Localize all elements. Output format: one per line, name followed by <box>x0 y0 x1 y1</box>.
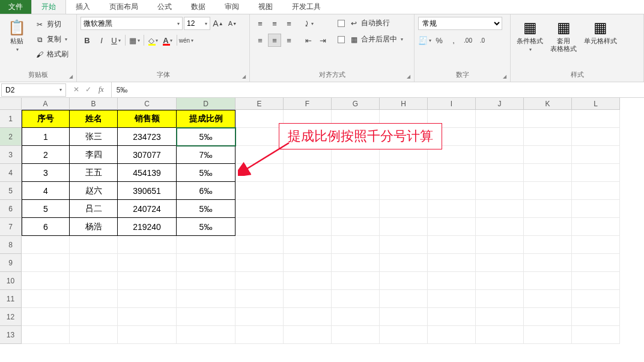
row-header[interactable]: 12 <box>0 308 22 326</box>
cell[interactable]: 张三 <box>70 128 118 146</box>
cell[interactable] <box>380 308 428 326</box>
cancel-formula-icon[interactable]: ✕ <box>71 85 82 94</box>
cell[interactable] <box>177 254 235 272</box>
cell[interactable] <box>428 182 476 200</box>
cell[interactable] <box>177 236 235 254</box>
col-header[interactable]: L <box>572 98 620 110</box>
cell[interactable] <box>118 272 177 290</box>
cell[interactable] <box>235 326 284 344</box>
col-header[interactable]: H <box>380 98 428 110</box>
underline-button[interactable]: U▾ <box>109 34 123 47</box>
cell[interactable]: 序号 <box>22 110 70 128</box>
tab-0[interactable]: 开始 <box>31 0 66 14</box>
cell[interactable]: 吕二 <box>70 200 118 218</box>
col-header[interactable]: B <box>70 98 118 110</box>
format-painter-button[interactable]: 🖌格式刷 <box>32 48 71 61</box>
cell[interactable] <box>70 254 118 272</box>
cell[interactable]: 李四 <box>70 146 118 164</box>
cut-button[interactable]: ✂剪切 <box>32 18 71 31</box>
cell[interactable] <box>22 308 70 326</box>
cell[interactable] <box>428 254 476 272</box>
border-button[interactable]: ▦▾ <box>128 34 141 47</box>
row-header[interactable]: 1 <box>0 110 22 128</box>
cell[interactable] <box>572 308 620 326</box>
cell[interactable]: 赵六 <box>70 182 118 200</box>
cell[interactable] <box>476 110 524 128</box>
cell[interactable] <box>428 200 476 218</box>
cell[interactable] <box>284 200 332 218</box>
cell[interactable] <box>284 182 332 200</box>
cell[interactable] <box>524 218 572 236</box>
row-header[interactable]: 4 <box>0 164 22 182</box>
cell[interactable]: 3 <box>22 164 70 182</box>
formula-bar[interactable]: 5‰ <box>111 82 644 97</box>
row-header[interactable]: 2 <box>0 128 22 146</box>
cell[interactable]: 王五 <box>70 164 118 182</box>
bold-button[interactable]: B <box>80 34 94 47</box>
cell[interactable] <box>235 200 284 218</box>
align-center-icon[interactable]: ≡ <box>268 34 281 47</box>
cell[interactable] <box>476 236 524 254</box>
cell[interactable] <box>235 272 284 290</box>
cell[interactable]: 240724 <box>118 200 177 218</box>
tab-3[interactable]: 公式 <box>148 0 181 14</box>
cell[interactable] <box>380 200 428 218</box>
cell[interactable] <box>476 308 524 326</box>
cell[interactable]: 5‰ <box>177 200 235 218</box>
cell[interactable] <box>118 326 177 344</box>
row-header[interactable]: 7 <box>0 218 22 236</box>
select-all-corner[interactable] <box>0 98 22 110</box>
align-middle-icon[interactable]: ≡ <box>268 17 281 30</box>
cell[interactable]: 5‰ <box>177 218 235 236</box>
tab-file[interactable]: 文件 <box>0 0 31 14</box>
cell[interactable] <box>284 308 332 326</box>
currency-button[interactable]: 🧾▾ <box>418 34 431 47</box>
cell[interactable] <box>235 182 284 200</box>
decrease-decimal-icon[interactable]: .0 <box>476 34 489 47</box>
cell[interactable] <box>524 236 572 254</box>
cell[interactable] <box>332 272 380 290</box>
cell[interactable]: 提成比例 <box>177 110 235 128</box>
dialog-launcher-icon[interactable]: ◢ <box>407 74 410 79</box>
cell[interactable] <box>524 200 572 218</box>
cell[interactable] <box>235 110 284 128</box>
wrap-text-button[interactable]: ↩自动换行 <box>335 17 406 29</box>
cell[interactable] <box>332 254 380 272</box>
cell[interactable] <box>524 164 572 182</box>
cell[interactable] <box>177 308 235 326</box>
cell[interactable] <box>476 128 524 146</box>
cell[interactable] <box>332 236 380 254</box>
accept-formula-icon[interactable]: ✓ <box>83 85 94 94</box>
cell[interactable] <box>284 236 332 254</box>
tab-1[interactable]: 插入 <box>66 0 100 14</box>
cell[interactable] <box>572 236 620 254</box>
cell[interactable] <box>118 254 177 272</box>
name-box[interactable]: D2▾ <box>1 83 66 97</box>
tab-4[interactable]: 数据 <box>181 0 215 14</box>
cell[interactable] <box>235 254 284 272</box>
cell[interactable] <box>70 272 118 290</box>
cell[interactable] <box>380 326 428 344</box>
cell[interactable] <box>332 182 380 200</box>
cell[interactable] <box>572 182 620 200</box>
format-as-table-button[interactable]: ▦ 套用 表格格式 <box>548 17 579 54</box>
cell[interactable] <box>476 146 524 164</box>
row-header[interactable]: 13 <box>0 326 22 344</box>
row-header[interactable]: 11 <box>0 290 22 308</box>
cell[interactable] <box>235 290 284 308</box>
paste-button[interactable]: 📋 粘贴▾ <box>4 17 30 55</box>
row-header[interactable]: 3 <box>0 146 22 164</box>
align-bottom-icon[interactable]: ≡ <box>282 17 296 30</box>
cell[interactable]: 2 <box>22 146 70 164</box>
dialog-launcher-icon[interactable]: ◢ <box>242 74 246 79</box>
decrease-font-icon[interactable]: A▼ <box>226 17 239 30</box>
cell[interactable] <box>22 326 70 344</box>
cell[interactable] <box>476 326 524 344</box>
col-header[interactable]: A <box>22 98 70 110</box>
cell[interactable]: 5‰ <box>177 164 235 182</box>
cell[interactable]: 454139 <box>118 164 177 182</box>
cell[interactable] <box>332 290 380 308</box>
cell-styles-button[interactable]: ▦ 单元格样式 <box>582 17 619 46</box>
cell[interactable] <box>572 200 620 218</box>
cell[interactable]: 5 <box>22 200 70 218</box>
